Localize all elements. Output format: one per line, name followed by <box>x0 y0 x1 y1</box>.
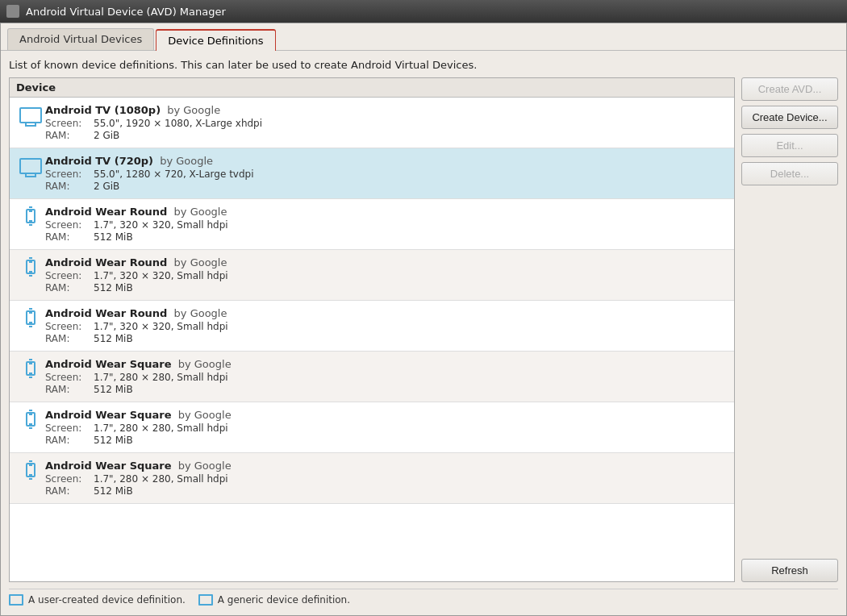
edit-button[interactable]: Edit... <box>741 134 838 157</box>
ram-value: 512 MiB <box>94 333 728 344</box>
device-list-scroll[interactable]: Android TV (1080p) by Google Screen: 55.… <box>10 98 734 581</box>
ram-label: RAM: <box>45 231 94 243</box>
sidebar-spacer <box>741 190 838 554</box>
tab-device-definitions[interactable]: Device Definitions <box>156 29 275 51</box>
device-detail: Screen: 1.7", 320 × 320, Small hdpi RAM:… <box>45 270 728 293</box>
device-maker: by Google <box>174 256 227 268</box>
screen-value: 55.0", 1920 × 1080, X-Large xhdpi <box>94 118 728 129</box>
device-info: Android Wear Round by Google Screen: 1.7… <box>45 206 728 243</box>
ram-value: 512 MiB <box>94 384 728 395</box>
device-name: Android Wear Square <box>45 460 172 472</box>
screen-value: 1.7", 320 × 320, Small hdpi <box>94 219 728 231</box>
device-item[interactable]: Android Wear Square by Google Screen: 1.… <box>10 402 734 453</box>
ram-value: 2 GiB <box>94 130 728 141</box>
screen-label: Screen: <box>45 422 94 434</box>
ram-label: RAM: <box>45 384 94 395</box>
device-icon-container <box>16 206 45 223</box>
ram-value: 2 GiB <box>94 181 728 192</box>
device-name: Android Wear Square <box>45 409 172 421</box>
device-name: Android Wear Round <box>45 307 167 319</box>
description-text: List of known device definitions. This c… <box>9 59 838 71</box>
device-maker: by Google <box>160 155 213 167</box>
footer: A user-created device definition. A gene… <box>9 589 838 609</box>
device-detail: Screen: 1.7", 280 × 280, Small hdpi RAM:… <box>45 473 728 497</box>
ram-label: RAM: <box>45 181 94 192</box>
create-avd-button[interactable]: Create AVD... <box>741 77 838 101</box>
device-item[interactable]: Android TV (720p) by Google Screen: 55.0… <box>10 148 734 199</box>
watch-icon <box>26 412 35 427</box>
device-info: Android Wear Round by Google Screen: 1.7… <box>45 256 728 293</box>
delete-button[interactable]: Delete... <box>741 162 838 185</box>
device-maker: by Google <box>178 409 232 421</box>
device-name: Android TV (1080p) <box>45 104 161 116</box>
watch-icon <box>26 463 35 477</box>
tab-bar: Android Virtual Devices Device Definitio… <box>1 23 846 51</box>
watch-icon <box>26 260 35 274</box>
watch-icon <box>26 361 35 376</box>
title-bar-title: Android Virtual Device (AVD) Manager <box>26 6 226 18</box>
ram-label: RAM: <box>45 485 94 497</box>
screen-label: Screen: <box>45 219 94 231</box>
screen-label: Screen: <box>45 118 94 129</box>
watch-icon <box>26 310 35 325</box>
tab-android-virtual-devices[interactable]: Android Virtual Devices <box>7 28 154 50</box>
device-list-container: Device Android TV (1080p) by Google Scre… <box>9 77 735 582</box>
device-item[interactable]: Android Wear Round by Google Screen: 1.7… <box>10 199 734 250</box>
screen-label: Screen: <box>45 372 94 383</box>
device-item[interactable]: Android Wear Square by Google Screen: 1.… <box>10 352 734 402</box>
device-detail: Screen: 1.7", 280 × 280, Small hdpi RAM:… <box>45 372 728 395</box>
device-item[interactable]: Android Wear Square by Google Screen: 1.… <box>10 453 734 504</box>
device-icon-container <box>16 307 45 325</box>
user-legend-icon <box>9 594 23 606</box>
user-legend-item: A user-created device definition. <box>9 594 186 606</box>
screen-value: 1.7", 320 × 320, Small hdpi <box>94 321 728 332</box>
content-area: List of known device definitions. This c… <box>1 51 846 615</box>
device-icon-container <box>16 460 45 477</box>
device-detail: Screen: 55.0", 1280 × 720, X-Large tvdpi… <box>45 169 728 192</box>
refresh-button[interactable]: Refresh <box>741 559 838 582</box>
device-name: Android Wear Round <box>45 256 167 268</box>
ram-value: 512 MiB <box>94 485 728 497</box>
main-window: Android Virtual Devices Device Definitio… <box>0 23 847 616</box>
screen-value: 1.7", 280 × 280, Small hdpi <box>94 372 728 383</box>
screen-value: 1.7", 280 × 280, Small hdpi <box>94 473 728 485</box>
device-info: Android Wear Round by Google Screen: 1.7… <box>45 307 728 344</box>
device-icon-container <box>16 256 45 274</box>
ram-label: RAM: <box>45 333 94 344</box>
device-item[interactable]: Android TV (1080p) by Google Screen: 55.… <box>10 98 734 148</box>
device-icon-container <box>16 409 45 427</box>
ram-label: RAM: <box>45 435 94 446</box>
device-item[interactable]: Android Wear Round by Google Screen: 1.7… <box>10 301 734 352</box>
ram-value: 512 MiB <box>94 435 728 446</box>
device-list-header: Device <box>10 78 734 98</box>
screen-label: Screen: <box>45 473 94 485</box>
device-info: Android Wear Square by Google Screen: 1.… <box>45 409 728 446</box>
screen-value: 1.7", 280 × 280, Small hdpi <box>94 422 728 434</box>
generic-legend-text: A generic device definition. <box>218 594 350 606</box>
device-icon-container <box>16 104 45 123</box>
ram-label: RAM: <box>45 282 94 293</box>
device-maker: by Google <box>178 460 232 472</box>
generic-legend-item: A generic device definition. <box>198 594 350 606</box>
sidebar-buttons: Create AVD... Create Device... Edit... D… <box>741 77 838 582</box>
user-legend-text: A user-created device definition. <box>28 594 186 606</box>
tv-icon <box>19 158 42 174</box>
device-info: Android Wear Square by Google Screen: 1.… <box>45 358 728 395</box>
watch-icon <box>26 209 35 223</box>
device-maker: by Google <box>174 307 227 319</box>
screen-value: 55.0", 1280 × 720, X-Large tvdpi <box>94 169 728 180</box>
device-info: Android TV (1080p) by Google Screen: 55.… <box>45 104 728 141</box>
ram-label: RAM: <box>45 130 94 141</box>
device-info: Android Wear Square by Google Screen: 1.… <box>45 460 728 497</box>
generic-legend-icon <box>198 594 213 606</box>
ram-value: 512 MiB <box>94 282 728 293</box>
title-bar: Android Virtual Device (AVD) Manager <box>0 0 847 23</box>
device-icon-container <box>16 358 45 376</box>
device-item[interactable]: Android Wear Round by Google Screen: 1.7… <box>10 250 734 301</box>
screen-value: 1.7", 320 × 320, Small hdpi <box>94 270 728 281</box>
tv-icon <box>19 107 42 123</box>
main-panel: Device Android TV (1080p) by Google Scre… <box>9 77 838 582</box>
create-device-button[interactable]: Create Device... <box>741 106 838 129</box>
device-name: Android Wear Square <box>45 358 172 370</box>
ram-value: 512 MiB <box>94 231 728 243</box>
